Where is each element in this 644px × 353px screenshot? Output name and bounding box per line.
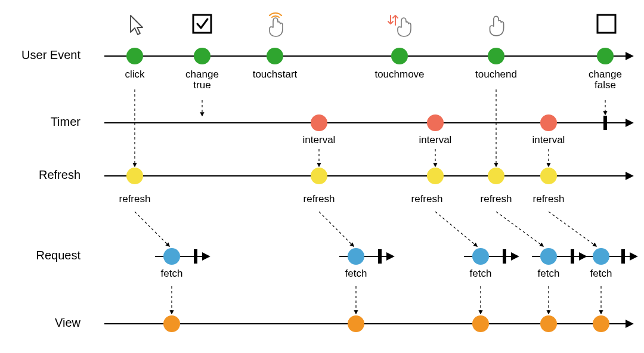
request-label: fetch <box>538 268 560 279</box>
request-label: fetch <box>161 268 183 279</box>
request-label: fetch <box>345 268 367 279</box>
dashed-arrow <box>135 212 169 246</box>
dashed-arrow <box>549 212 596 246</box>
cursor-icon <box>131 16 143 35</box>
row-label-request: Request <box>36 249 81 262</box>
dashed-arrow <box>319 212 354 246</box>
timer-dot <box>427 114 444 131</box>
user-event-label: touchstart <box>253 69 298 80</box>
timer-dot <box>311 114 327 131</box>
refresh-label: refresh <box>119 193 151 205</box>
row-label-userEvent: User Event <box>21 48 80 61</box>
user-event-label: touchmove <box>374 69 424 80</box>
user-event-label2: true <box>193 79 210 91</box>
refresh-label: refresh <box>304 193 335 205</box>
svg-rect-1 <box>597 15 615 33</box>
refresh-dot <box>427 168 444 184</box>
user-event-dot <box>597 48 614 64</box>
checkbox-checked-icon <box>193 15 211 33</box>
user-event-label: touchend <box>475 69 517 80</box>
user-event-dot <box>488 48 504 64</box>
dashed-arrow <box>435 212 477 246</box>
view-dot <box>472 315 489 332</box>
refresh-label: refresh <box>481 193 512 205</box>
svg-rect-0 <box>193 15 211 33</box>
user-event-dot <box>126 48 143 64</box>
touchmove-icon <box>388 16 411 36</box>
request-dot <box>163 248 180 265</box>
refresh-label: refresh <box>411 193 443 205</box>
row-label-refresh: Refresh <box>39 168 80 181</box>
user-event-label2: false <box>595 79 616 91</box>
request-label: fetch <box>470 268 492 279</box>
request-dot <box>472 248 489 265</box>
timer-dot <box>540 114 557 131</box>
refresh-dot <box>488 168 504 184</box>
request-dot <box>540 248 557 265</box>
refresh-label: refresh <box>533 193 565 205</box>
touchend-icon <box>490 16 504 36</box>
timer-label: interval <box>303 134 336 145</box>
view-dot <box>540 315 557 332</box>
timer-label: interval <box>419 134 452 145</box>
checkbox-unchecked-icon <box>597 15 615 33</box>
request-label: fetch <box>590 268 612 279</box>
user-event-label: click <box>125 69 145 80</box>
refresh-dot <box>540 168 557 184</box>
view-dot <box>593 315 609 332</box>
refresh-dot <box>126 168 143 184</box>
view-dot <box>348 315 364 332</box>
touchstart-icon <box>270 13 283 36</box>
timer-label: interval <box>532 134 565 145</box>
user-event-dot <box>267 48 283 64</box>
request-dot <box>348 248 364 265</box>
user-event-dot <box>391 48 408 64</box>
view-dot <box>163 315 180 332</box>
user-event-label: change <box>185 69 219 80</box>
row-label-view: View <box>55 316 81 329</box>
dashed-arrow <box>496 212 543 246</box>
request-dot <box>593 248 609 265</box>
row-label-timer: Timer <box>51 115 81 128</box>
user-event-dot <box>194 48 210 64</box>
user-event-label: change <box>589 69 622 80</box>
refresh-dot <box>311 168 327 184</box>
